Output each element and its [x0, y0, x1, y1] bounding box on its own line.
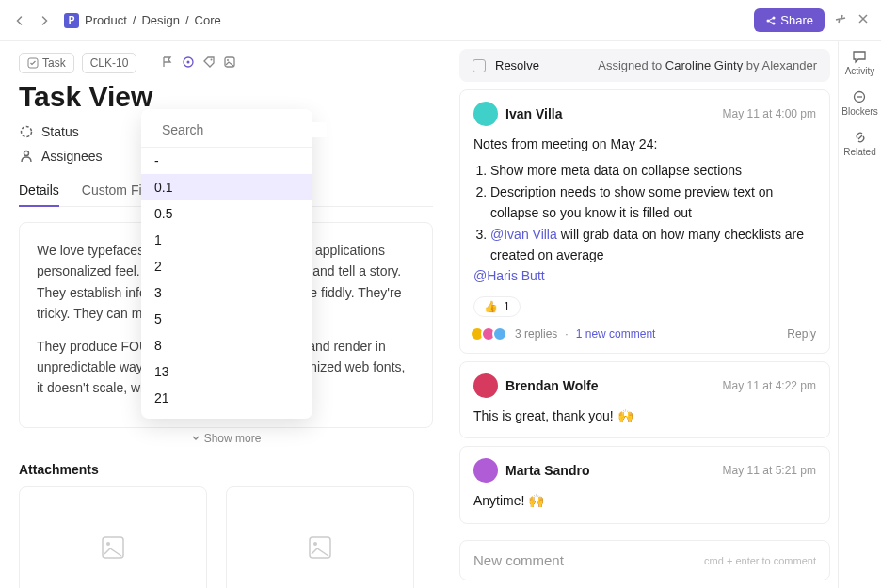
new-comment-link[interactable]: 1 new comment — [576, 327, 656, 341]
resolve-bar: Resolve Assigned to Caroline Ginty by Al… — [459, 49, 830, 82]
svg-point-10 — [24, 151, 29, 156]
task-type-chip[interactable]: Task — [19, 53, 74, 73]
comment-time: May 11 at 4:22 pm — [723, 379, 816, 392]
project-badge: P — [64, 13, 79, 28]
status-icon — [19, 124, 34, 139]
dropdown-option[interactable]: 13 — [141, 358, 312, 385]
keyboard-hint: cmd + enter to comment — [704, 555, 816, 566]
attachment-1[interactable] — [19, 486, 207, 588]
reaction-chip[interactable]: 👍1 — [473, 296, 521, 317]
chevron-down-icon — [191, 434, 200, 443]
comment-time: May 11 at 5:21 pm — [723, 464, 816, 477]
task-id-chip[interactable]: CLK-10 — [82, 53, 137, 73]
nav-forward-button[interactable] — [36, 12, 53, 29]
check-icon — [27, 57, 39, 69]
dropdown-option[interactable]: 3 — [141, 279, 312, 306]
attachment-2[interactable] — [226, 486, 414, 588]
minimize-icon[interactable] — [834, 12, 847, 28]
tag-icon[interactable] — [202, 56, 216, 72]
avatar — [473, 102, 498, 126]
tab-custom-fields[interactable]: Custom Fie — [82, 175, 150, 206]
crumb-design[interactable]: Design — [141, 13, 179, 27]
reply-button[interactable]: Reply — [787, 327, 816, 341]
share-button[interactable]: Share — [754, 8, 825, 32]
image-placeholder-icon — [308, 535, 332, 560]
dropdown-option[interactable]: 1 — [141, 227, 312, 253]
reply-avatars — [473, 326, 507, 342]
nav-back-button[interactable] — [11, 12, 28, 29]
dropdown-option[interactable]: 2 — [141, 253, 312, 279]
svg-point-12 — [106, 542, 110, 546]
svg-point-9 — [22, 127, 32, 137]
svg-point-6 — [211, 58, 213, 60]
comment-author[interactable]: Brendan Wolfe — [505, 378, 599, 393]
mention[interactable]: @Ivan Villa — [490, 227, 557, 242]
tab-details[interactable]: Details — [19, 175, 59, 207]
comment-author[interactable]: Ivan Villa — [505, 106, 562, 121]
comment-icon — [852, 49, 867, 64]
assigned-to-text: Assigned to Caroline Ginty by Alexander — [598, 58, 817, 72]
resolve-label[interactable]: Resolve — [495, 58, 539, 72]
image-placeholder-icon — [101, 535, 125, 560]
new-comment-input[interactable]: New comment cmd + enter to comment — [459, 540, 830, 580]
avatar — [473, 373, 498, 398]
resolve-checkbox[interactable] — [473, 59, 486, 72]
comment-author[interactable]: Marta Sandro — [505, 463, 589, 478]
avatar — [473, 458, 498, 483]
close-icon[interactable] — [857, 12, 870, 28]
dropdown-option[interactable]: 8 — [141, 332, 312, 358]
dropdown-option[interactable]: - — [141, 148, 312, 174]
dropdown-option[interactable]: 0.5 — [141, 200, 312, 227]
comment-card: Brendan Wolfe May 11 at 4:22 pm This is … — [459, 361, 830, 438]
show-more-button[interactable]: Show more — [19, 432, 433, 445]
svg-point-8 — [227, 59, 229, 61]
flag-icon[interactable] — [161, 56, 174, 72]
svg-point-14 — [313, 542, 317, 546]
points-dropdown[interactable]: -0.10.512358132125 — [141, 109, 312, 419]
person-icon — [19, 149, 34, 164]
dropdown-option[interactable]: 5 — [141, 306, 312, 332]
comment-card: Marta Sandro May 11 at 5:21 pm Anytime! … — [459, 446, 830, 523]
comment-time: May 11 at 4:00 pm — [723, 107, 816, 120]
rail-related[interactable]: Related — [843, 130, 875, 157]
mention[interactable]: @Haris Butt — [473, 265, 816, 286]
comment-card: Ivan Villa May 11 at 4:00 pm Notes from … — [459, 89, 830, 354]
image-icon[interactable] — [223, 56, 236, 72]
attachments-heading: Attachments — [19, 462, 433, 477]
crumb-core[interactable]: Core — [195, 13, 221, 27]
breadcrumb[interactable]: P Product / Design / Core — [64, 13, 221, 28]
dropdown-option[interactable]: 0.1 — [141, 174, 312, 200]
sparkle-icon[interactable] — [182, 56, 195, 72]
share-icon — [765, 15, 777, 26]
crumb-project[interactable]: Product — [85, 13, 127, 27]
dropdown-option[interactable]: 21 — [141, 385, 312, 411]
dropdown-search-input[interactable] — [162, 122, 327, 137]
rail-blockers[interactable]: Blockers — [841, 89, 877, 117]
rail-activity[interactable]: Activity — [845, 49, 875, 76]
link-icon — [853, 130, 868, 145]
page-title: Task View — [19, 81, 433, 113]
svg-point-5 — [187, 60, 190, 63]
blocker-icon — [852, 89, 867, 104]
